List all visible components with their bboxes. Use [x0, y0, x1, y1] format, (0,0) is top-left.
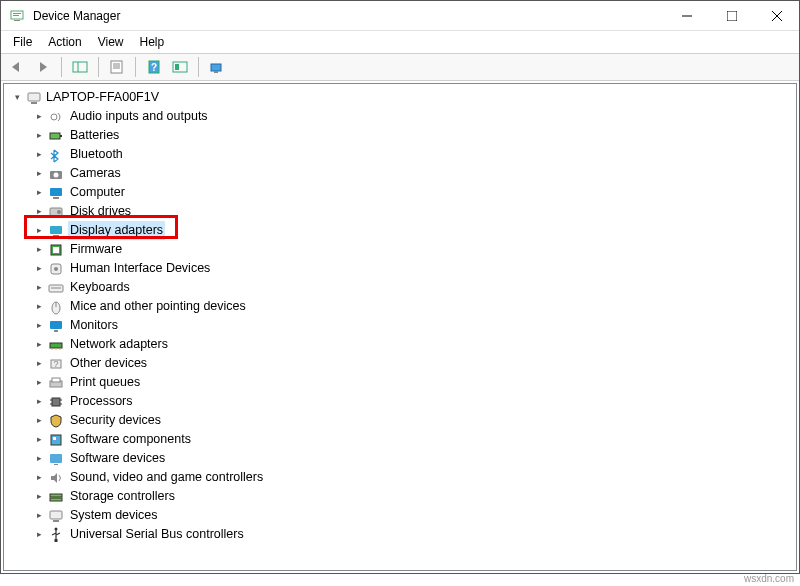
device-manager-window: Device Manager File Action View Help ? ▾…	[0, 0, 800, 574]
tree-node-computer[interactable]: ▸Computer	[4, 183, 796, 202]
device-icon	[48, 413, 64, 429]
tree-node-security-devices[interactable]: ▸Security devices	[4, 411, 796, 430]
device-icon	[48, 109, 64, 125]
expander-icon[interactable]: ▸	[32, 278, 46, 297]
forward-button[interactable]	[31, 55, 55, 79]
svg-rect-23	[50, 133, 60, 139]
scan-hardware-button[interactable]	[168, 55, 192, 79]
help-button[interactable]: ?	[142, 55, 166, 79]
tree-node-human-interface-devices[interactable]: ▸Human Interface Devices	[4, 259, 796, 278]
tree-node-system-devices[interactable]: ▸System devices	[4, 506, 796, 525]
expander-icon[interactable]: ▾	[10, 88, 24, 107]
device-icon	[48, 318, 64, 334]
update-driver-button[interactable]	[205, 55, 229, 79]
expander-icon[interactable]: ▸	[32, 392, 46, 411]
tree-node-monitors[interactable]: ▸Monitors	[4, 316, 796, 335]
svg-rect-41	[50, 321, 62, 329]
tree-node-processors[interactable]: ▸Processors	[4, 392, 796, 411]
svg-rect-60	[50, 494, 62, 497]
close-button[interactable]	[754, 1, 799, 31]
svg-rect-58	[50, 454, 62, 463]
tree-node-storage-controllers[interactable]: ▸Storage controllers	[4, 487, 796, 506]
tree-node-audio-inputs-and-outputs[interactable]: ▸Audio inputs and outputs	[4, 107, 796, 126]
svg-text:?: ?	[53, 359, 58, 369]
tree-node-mice-and-other-pointing-devices[interactable]: ▸Mice and other pointing devices	[4, 297, 796, 316]
expander-icon[interactable]: ▸	[32, 126, 46, 145]
device-icon	[48, 166, 64, 182]
device-icon	[48, 223, 64, 239]
tree-node-label: Processors	[68, 392, 135, 411]
expander-icon[interactable]: ▸	[32, 411, 46, 430]
expander-icon[interactable]: ▸	[32, 449, 46, 468]
properties-button[interactable]	[105, 55, 129, 79]
svg-rect-57	[53, 437, 56, 440]
tree-node-software-components[interactable]: ▸Software components	[4, 430, 796, 449]
menu-help[interactable]: Help	[132, 33, 173, 51]
expander-icon[interactable]: ▸	[32, 202, 46, 221]
window-title: Device Manager	[33, 9, 664, 23]
expander-icon[interactable]: ▸	[32, 525, 46, 544]
tree-node-label: Sound, video and game controllers	[68, 468, 265, 487]
show-hide-tree-button[interactable]	[68, 55, 92, 79]
tree-node-print-queues[interactable]: ▸Print queues	[4, 373, 796, 392]
expander-icon[interactable]: ▸	[32, 373, 46, 392]
svg-rect-65	[55, 539, 58, 542]
svg-rect-1	[13, 13, 21, 14]
maximize-button[interactable]	[709, 1, 754, 31]
menu-file[interactable]: File	[5, 33, 40, 51]
tree-node-label: Keyboards	[68, 278, 132, 297]
tree-root[interactable]: ▾LAPTOP-FFA00F1V	[4, 88, 796, 107]
back-button[interactable]	[5, 55, 29, 79]
tree-node-software-devices[interactable]: ▸Software devices	[4, 449, 796, 468]
tree-node-batteries[interactable]: ▸Batteries	[4, 126, 796, 145]
device-icon	[48, 508, 64, 524]
tree-node-other-devices[interactable]: ▸?Other devices	[4, 354, 796, 373]
menu-action[interactable]: Action	[40, 33, 89, 51]
svg-rect-34	[53, 247, 59, 253]
tree-node-network-adapters[interactable]: ▸Network adapters	[4, 335, 796, 354]
tree-node-label: Print queues	[68, 373, 142, 392]
expander-icon[interactable]: ▸	[32, 468, 46, 487]
expander-icon[interactable]: ▸	[32, 183, 46, 202]
tree-node-display-adapters[interactable]: ▸Display adapters	[4, 221, 796, 240]
tree-node-firmware[interactable]: ▸Firmware	[4, 240, 796, 259]
svg-rect-43	[50, 343, 62, 348]
expander-icon[interactable]: ▸	[32, 107, 46, 126]
app-icon	[9, 8, 25, 24]
tree-node-sound-video-and-game-controllers[interactable]: ▸Sound, video and game controllers	[4, 468, 796, 487]
tree-node-label: Audio inputs and outputs	[68, 107, 210, 126]
tree-node-label: Display adapters	[68, 221, 165, 240]
svg-rect-31	[50, 226, 62, 234]
expander-icon[interactable]: ▸	[32, 487, 46, 506]
minimize-button[interactable]	[664, 1, 709, 31]
expander-icon[interactable]: ▸	[32, 164, 46, 183]
device-icon	[48, 147, 64, 163]
expander-icon[interactable]: ▸	[32, 297, 46, 316]
tree-node-keyboards[interactable]: ▸Keyboards	[4, 278, 796, 297]
expander-icon[interactable]: ▸	[32, 145, 46, 164]
tree-node-label: Disk drives	[68, 202, 133, 221]
expander-icon[interactable]: ▸	[32, 259, 46, 278]
menu-view[interactable]: View	[90, 33, 132, 51]
tree-node-universal-serial-bus-controllers[interactable]: ▸Universal Serial Bus controllers	[4, 525, 796, 544]
tree-node-cameras[interactable]: ▸Cameras	[4, 164, 796, 183]
tree-node-bluetooth[interactable]: ▸Bluetooth	[4, 145, 796, 164]
expander-icon[interactable]: ▸	[32, 316, 46, 335]
expander-icon[interactable]: ▸	[32, 430, 46, 449]
expander-icon[interactable]: ▸	[32, 506, 46, 525]
expander-icon[interactable]: ▸	[32, 221, 46, 240]
device-icon	[48, 242, 64, 258]
tree-node-disk-drives[interactable]: ▸Disk drives	[4, 202, 796, 221]
device-icon: ?	[48, 356, 64, 372]
tree-node-label: Network adapters	[68, 335, 170, 354]
expander-icon[interactable]: ▸	[32, 335, 46, 354]
tree-node-label: Other devices	[68, 354, 149, 373]
svg-rect-18	[211, 64, 221, 71]
svg-rect-28	[53, 197, 59, 199]
tree-node-label: Cameras	[68, 164, 123, 183]
tree-node-label: Human Interface Devices	[68, 259, 212, 278]
expander-icon[interactable]: ▸	[32, 240, 46, 259]
tree-panel[interactable]: ▾LAPTOP-FFA00F1V▸Audio inputs and output…	[3, 83, 797, 571]
expander-icon[interactable]: ▸	[32, 354, 46, 373]
tree-node-label: Security devices	[68, 411, 163, 430]
